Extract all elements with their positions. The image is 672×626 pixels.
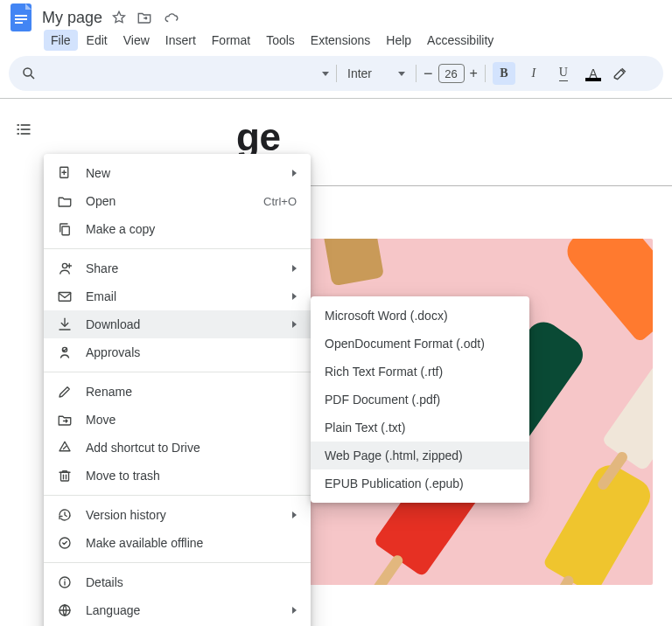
text-color-button[interactable]: A: [582, 62, 605, 85]
history-icon: [56, 507, 74, 523]
menu-accessibility[interactable]: Accessibility: [420, 30, 500, 51]
bold-button[interactable]: B: [493, 62, 515, 85]
download-option[interactable]: Rich Text Format (.rtf): [311, 358, 529, 386]
menu-file[interactable]: File: [44, 30, 78, 51]
menu-item-label: Email: [86, 289, 280, 303]
submenu-arrow-icon: [292, 321, 297, 328]
svg-rect-1: [15, 15, 27, 17]
svg-rect-19: [59, 293, 71, 302]
menu-item-label: New: [86, 166, 280, 180]
download-icon: [56, 316, 74, 332]
svg-rect-9: [21, 129, 31, 130]
page-title[interactable]: ge: [236, 115, 672, 159]
svg-point-16: [62, 263, 66, 268]
underline-button[interactable]: U: [552, 62, 575, 85]
download-option[interactable]: Plain Text (.txt): [311, 414, 529, 442]
file-menu-item-download[interactable]: Download: [44, 310, 311, 338]
menu-view[interactable]: View: [116, 30, 157, 51]
menu-item-label: Language: [86, 603, 280, 617]
menu-tools[interactable]: Tools: [259, 30, 302, 51]
menu-item-label: Version history: [86, 508, 280, 522]
cloud-status-icon[interactable]: [162, 10, 181, 25]
file-menu-item-make-available-offline[interactable]: Make available offline: [44, 529, 311, 557]
svg-rect-2: [15, 18, 27, 20]
document-outline-button[interactable]: [10, 115, 38, 143]
file-menu-item-make-a-copy[interactable]: Make a copy: [44, 215, 311, 243]
svg-rect-3: [15, 22, 23, 24]
approvals-icon: [56, 344, 74, 360]
menu-insert[interactable]: Insert: [158, 30, 203, 51]
menu-format[interactable]: Format: [205, 30, 257, 51]
menu-extensions[interactable]: Extensions: [304, 30, 377, 51]
submenu-arrow-icon: [292, 265, 297, 272]
folder-icon: [56, 193, 74, 209]
styles-dropdown-caret[interactable]: [322, 72, 329, 76]
separator: [485, 65, 486, 82]
pencil-icon: [56, 384, 74, 400]
mail-icon: [56, 289, 74, 304]
menu-item-label: EPUB Publication (.epub): [325, 476, 515, 490]
offline-icon: [56, 535, 74, 551]
document-title[interactable]: My page: [42, 9, 102, 27]
download-option[interactable]: EPUB Publication (.epub): [311, 470, 529, 497]
highlight-button[interactable]: [612, 65, 629, 82]
trash-icon: [56, 468, 74, 483]
fontsize-input[interactable]: 26: [438, 64, 465, 83]
submenu-arrow-icon: [292, 293, 297, 300]
menu-divider: [44, 495, 311, 496]
submenu-arrow-icon: [292, 607, 297, 614]
svg-rect-21: [61, 472, 69, 481]
titlebar: My page: [0, 0, 672, 30]
info-icon: [56, 574, 74, 590]
menu-help[interactable]: Help: [379, 30, 418, 51]
download-option[interactable]: Microsoft Word (.docx): [311, 302, 529, 330]
menu-item-label: Rich Text Format (.rtf): [325, 365, 515, 379]
svg-rect-11: [21, 133, 31, 135]
file-menu-item-move-to-trash[interactable]: Move to trash: [44, 462, 311, 490]
star-icon[interactable]: [111, 10, 127, 25]
move-icon[interactable]: [136, 10, 153, 25]
file-menu-item-details[interactable]: Details: [44, 568, 311, 596]
docs-logo[interactable]: [9, 2, 33, 33]
menu-item-label: Details: [86, 575, 297, 589]
menu-item-label: Move to trash: [86, 469, 297, 483]
toolbar-search-icon[interactable]: [21, 66, 37, 81]
menu-item-label: Plain Text (.txt): [325, 421, 515, 435]
file-menu: NewOpenCtrl+OMake a copyShareEmailDownlo…: [44, 154, 311, 626]
separator: [416, 65, 416, 82]
file-menu-item-move[interactable]: Move: [44, 406, 311, 434]
file-menu-item-language[interactable]: Language: [44, 596, 311, 624]
fontsize-decrease[interactable]: −: [424, 65, 433, 83]
italic-button[interactable]: I: [522, 62, 545, 85]
file-menu-item-version-history[interactable]: Version history: [44, 501, 311, 529]
caret-down-icon: [398, 72, 405, 76]
person-plus-icon: [56, 261, 74, 276]
font-family-dropdown[interactable]: Inter: [344, 66, 409, 80]
menu-item-label: Microsoft Word (.docx): [325, 309, 515, 323]
file-menu-item-new[interactable]: New: [44, 159, 311, 187]
menu-edit[interactable]: Edit: [80, 30, 115, 51]
menu-item-label: Rename: [86, 385, 297, 399]
file-menu-item-open[interactable]: OpenCtrl+O: [44, 187, 311, 215]
fontsize-increase[interactable]: +: [470, 66, 478, 81]
file-menu-item-add-shortcut-to-drive[interactable]: Add shortcut to Drive: [44, 434, 311, 462]
file-menu-item-email[interactable]: Email: [44, 282, 311, 310]
drive-shortcut-icon: [56, 440, 74, 456]
menu-item-label: Make a copy: [86, 222, 297, 236]
menu-item-label: PDF Document (.pdf): [325, 393, 515, 407]
file-menu-item-share[interactable]: Share: [44, 254, 311, 282]
menubar: File Edit View Insert Format Tools Exten…: [0, 30, 672, 56]
menu-item-label: OpenDocument Format (.odt): [325, 337, 515, 351]
download-submenu: Microsoft Word (.docx)OpenDocument Forma…: [311, 296, 529, 503]
submenu-arrow-icon: [292, 511, 297, 518]
menu-item-label: Make available offline: [86, 536, 297, 550]
submenu-arrow-icon: [292, 170, 297, 177]
menu-item-label: Web Page (.html, zipped): [325, 449, 515, 463]
svg-rect-15: [62, 226, 69, 235]
download-option[interactable]: PDF Document (.pdf): [311, 386, 529, 414]
file-menu-item-approvals[interactable]: Approvals: [44, 338, 311, 366]
menu-item-shortcut: Ctrl+O: [263, 195, 297, 208]
download-option[interactable]: Web Page (.html, zipped): [311, 442, 529, 470]
download-option[interactable]: OpenDocument Format (.odt): [311, 330, 529, 358]
file-menu-item-rename[interactable]: Rename: [44, 378, 311, 406]
